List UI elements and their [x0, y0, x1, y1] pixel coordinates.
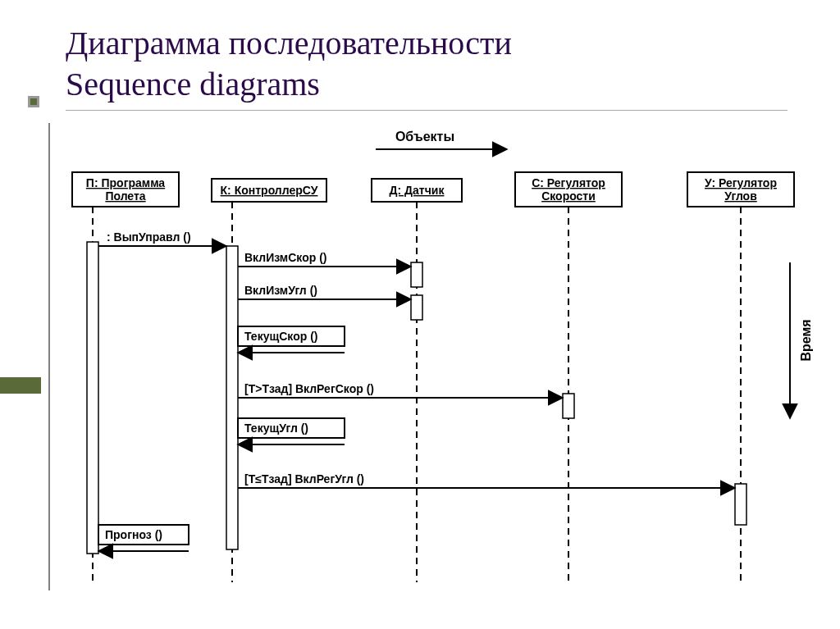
title-line-1: Диаграмма последовательности: [66, 23, 788, 64]
msg-4: [Т>Тзад] ВклРегСкор (): [244, 382, 374, 395]
time-label: Время: [799, 319, 813, 361]
lifeline-D-line1: Д: Датчик: [390, 184, 445, 197]
msg-6: [Т≤Тзад] ВклРегУгл (): [244, 472, 364, 485]
lifeline-U-line1: У: Регулятор: [705, 176, 777, 189]
bullet-icon: [28, 96, 39, 107]
lifeline-C-line1: С: Регулятор: [532, 176, 605, 189]
lifeline-P-line2: Полета: [105, 189, 145, 203]
msg-0: : ВыпУправл (): [107, 230, 191, 244]
activation-D1: [411, 262, 422, 287]
activation-D2: [411, 295, 422, 320]
msg-3: ТекущСкор (): [244, 330, 318, 343]
activation-C: [563, 394, 574, 418]
activation-U: [735, 484, 746, 525]
msg-2: ВклИзмУгл (): [244, 284, 317, 297]
lifeline-K-line1: К: КонтроллерСУ: [221, 184, 318, 197]
msg-1: ВклИзмСкор (): [244, 251, 326, 264]
title-area: Диаграмма последовательности Sequence di…: [66, 23, 788, 111]
lifeline-C-line2: Скорости: [541, 189, 596, 203]
msg-7: Прогноз (): [105, 528, 162, 541]
lifeline-U-line2: Углов: [724, 189, 757, 203]
slide: Диаграмма последовательности Sequence di…: [0, 0, 840, 629]
lifeline-P-line1: П: Программа: [86, 176, 165, 189]
activation-K: [226, 246, 238, 549]
objects-label: Объекты: [395, 130, 454, 144]
side-accent: [0, 377, 41, 394]
title-line-2: Sequence diagrams: [66, 64, 788, 105]
activation-P: [87, 242, 98, 554]
msg-5: ТекущУгл (): [244, 422, 308, 435]
sequence-diagram: Объекты П: Программа Полета К: Контролле…: [48, 123, 819, 590]
